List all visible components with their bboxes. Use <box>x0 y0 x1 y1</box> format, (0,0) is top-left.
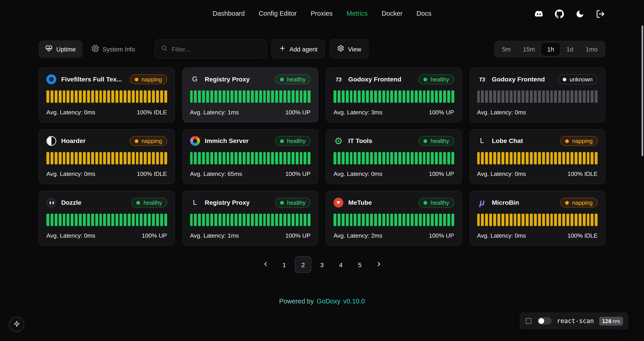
status-dot-icon <box>134 139 138 143</box>
inspect-icon[interactable] <box>525 317 532 325</box>
filter-input[interactable] <box>172 46 260 52</box>
avg-latency: Avg. Latency: 3ms <box>334 109 382 115</box>
logout-icon[interactable] <box>596 9 605 19</box>
tab-uptime[interactable]: Uptime <box>39 40 82 58</box>
uptime-bar <box>534 214 537 226</box>
service-name: Immich Server <box>205 137 271 145</box>
uptime-bar <box>587 152 590 164</box>
uptime-bar <box>402 152 406 164</box>
uptime-bar <box>358 152 361 164</box>
discord-icon[interactable] <box>534 9 544 19</box>
service-card-registry-proxy[interactable]: GRegistry ProxyhealthyAvg. Latency: 1ms1… <box>182 67 318 122</box>
uptime-bar <box>514 90 516 103</box>
service-card-hoarder[interactable]: HoardernappingAvg. Latency: 0ms100% IDLE <box>39 129 175 184</box>
cpu-icon <box>92 45 99 53</box>
time-range-15m[interactable]: 15m <box>517 42 541 56</box>
uptime-bar <box>164 214 167 226</box>
nav-item-config-editor[interactable]: Config Editor <box>259 10 297 17</box>
uptime-bar <box>402 214 406 226</box>
uptime-bar <box>394 152 397 164</box>
uptime-bar <box>382 152 385 164</box>
uptime-bar <box>443 152 446 164</box>
scrollbar-thumb[interactable] <box>642 26 643 156</box>
uptime-bar <box>214 152 217 164</box>
react-scan-toggle[interactable] <box>538 317 552 325</box>
time-range-1d[interactable]: 1d <box>560 42 580 56</box>
uptime-bar <box>152 214 155 226</box>
card-header: LLobe Chatnapping <box>477 136 598 146</box>
uptime-bar <box>107 214 110 226</box>
uptime-bar <box>58 214 62 226</box>
page-4[interactable]: 4 <box>333 256 349 273</box>
uptime-bar <box>530 152 533 164</box>
uptime-bar <box>398 152 402 164</box>
uptime-bars <box>334 152 454 164</box>
react-scan-toolbar: react-scan 120 FPS <box>520 312 628 329</box>
uptime-bar <box>198 152 201 164</box>
uptime-bar <box>263 152 266 164</box>
status-label: healthy <box>287 199 306 206</box>
uptime-bar <box>518 152 520 164</box>
service-card-metube[interactable]: MeTubehealthyAvg. Latency: 2ms100% UP <box>326 191 462 246</box>
uptime-bar <box>350 152 353 164</box>
uptime-bar <box>83 214 86 226</box>
nav-item-metrics[interactable]: Metrics <box>346 10 368 17</box>
time-range-5m[interactable]: 5m <box>496 42 517 56</box>
uptime-bar <box>562 152 565 164</box>
uptime-bar <box>230 214 234 226</box>
tab-system-info[interactable]: System Info <box>85 40 142 58</box>
uptime-bar <box>411 152 414 164</box>
add-agent-button[interactable]: Add agent <box>272 39 325 58</box>
nav-item-docs[interactable]: Docs <box>416 10 431 17</box>
status-badge: healthy <box>275 198 310 207</box>
page-5[interactable]: 5 <box>352 256 368 273</box>
uptime-bar <box>579 214 582 226</box>
version-link[interactable]: v0.10.0 <box>343 297 365 305</box>
uptime-bar <box>87 90 90 103</box>
plus-icon <box>279 45 286 53</box>
uptime-bar <box>54 152 58 164</box>
uptime-bar <box>304 214 306 226</box>
uptime-bar <box>338 152 340 164</box>
uptime-bar <box>447 90 450 103</box>
nav-item-docker[interactable]: Docker <box>382 10 402 17</box>
service-card-immich-server[interactable]: Immich ServerhealthyAvg. Latency: 65ms10… <box>182 129 318 184</box>
uptime-bar <box>506 214 508 226</box>
lightning-fab[interactable] <box>9 317 24 332</box>
page-3[interactable]: 3 <box>314 256 330 273</box>
service-card-fivefilters-full-tex[interactable]: Fivefilters Full Tex...nappingAvg. Laten… <box>39 67 175 122</box>
uptime-bar <box>255 152 258 164</box>
uptime-bar <box>91 152 94 164</box>
card-header: MeTubehealthy <box>334 198 454 207</box>
uptime-bar <box>287 90 290 103</box>
service-card-microbin[interactable]: μMicroBinnappingAvg. Latency: 0ms100% ID… <box>469 191 605 246</box>
uptime-bar <box>350 214 353 226</box>
uptime-bar <box>522 90 524 103</box>
service-card-lobe-chat[interactable]: LLobe ChatnappingAvg. Latency: 0ms100% I… <box>469 129 605 184</box>
uptime-percent: 100% UP <box>285 171 310 177</box>
service-card-godoxy-frontend[interactable]: T3Godoxy FrontendhealthyAvg. Latency: 3m… <box>326 67 462 122</box>
page-2[interactable]: 2 <box>295 256 311 273</box>
uptime-bar <box>431 152 434 164</box>
prev-page-button[interactable] <box>257 256 274 273</box>
service-card-registry-proxy[interactable]: LRegistry ProxyhealthyAvg. Latency: 1ms1… <box>182 191 318 246</box>
service-card-godoxy-frontend[interactable]: T3Godoxy FrontendunknownAvg. Latency: 0m… <box>469 67 605 122</box>
uptime-bar <box>550 90 553 103</box>
time-range-1h[interactable]: 1h <box>541 42 560 56</box>
time-range-1mo[interactable]: 1mo <box>580 42 604 56</box>
uptime-bars <box>190 90 310 103</box>
service-card-it-tools[interactable]: IT ToolshealthyAvg. Latency: 0ms100% UP <box>326 129 462 184</box>
github-icon[interactable] <box>554 9 564 19</box>
card-footer: Avg. Latency: 3ms100% UP <box>334 109 454 115</box>
view-button[interactable]: View <box>330 39 368 58</box>
uptime-bar <box>308 152 310 164</box>
nav-item-dashboard[interactable]: Dashboard <box>213 10 245 17</box>
next-page-button[interactable] <box>370 256 387 273</box>
status-label: napping <box>142 76 162 83</box>
uptime-bar <box>128 90 130 103</box>
service-card-dozzle[interactable]: DozzlehealthyAvg. Latency: 0ms100% UP <box>39 191 175 246</box>
page-1[interactable]: 1 <box>276 256 292 273</box>
moon-icon[interactable] <box>575 9 585 19</box>
nav-item-proxies[interactable]: Proxies <box>310 10 332 17</box>
godoxy-link[interactable]: GoDoxy <box>317 297 340 305</box>
